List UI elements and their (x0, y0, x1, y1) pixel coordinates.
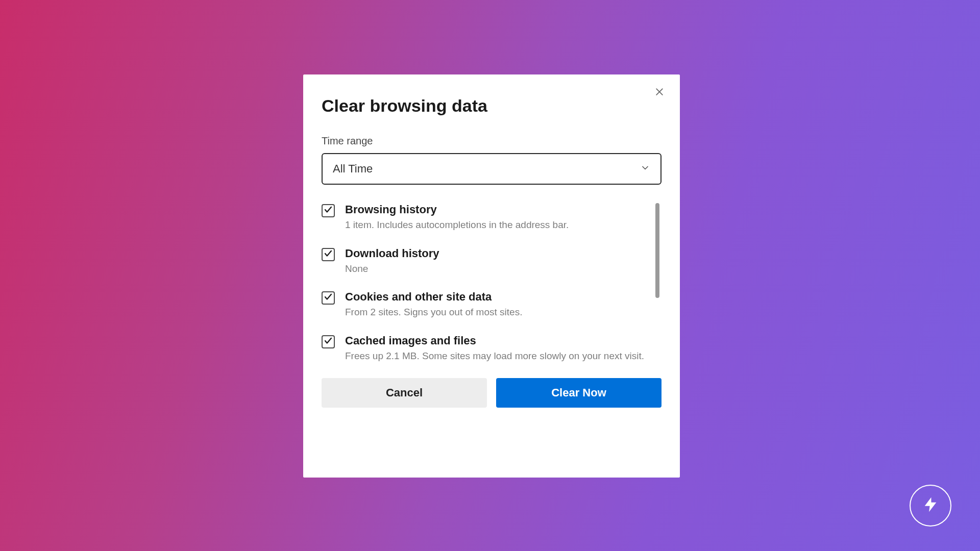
clear-browsing-data-dialog: Clear browsing data Time range All Time … (303, 74, 680, 478)
checkbox-cache[interactable] (322, 335, 335, 348)
bolt-icon (922, 496, 939, 515)
check-icon (324, 292, 333, 304)
option-download-history: Download history None (322, 247, 650, 276)
option-desc: Frees up 2.1 MB. Some sites may load mor… (345, 349, 650, 363)
checkbox-download-history[interactable] (322, 248, 335, 261)
option-cookies: Cookies and other site data From 2 sites… (322, 290, 650, 319)
dialog-buttons: Cancel Clear Now (322, 378, 662, 408)
close-icon (654, 87, 665, 99)
options-list: Browsing history 1 item. Includes autoco… (322, 203, 662, 363)
option-title: Download history (345, 247, 650, 260)
option-title: Cookies and other site data (345, 290, 650, 304)
cancel-button[interactable]: Cancel (322, 378, 487, 408)
option-desc: From 2 sites. Signs you out of most site… (345, 306, 650, 319)
checkbox-browsing-history[interactable] (322, 204, 335, 217)
chevron-down-icon (640, 163, 650, 175)
time-range-label: Time range (322, 135, 662, 147)
check-icon (324, 336, 333, 347)
check-icon (324, 205, 333, 216)
option-desc: 1 item. Includes autocompletions in the … (345, 218, 650, 232)
option-title: Cached images and files (345, 334, 650, 347)
dialog-title: Clear browsing data (322, 96, 662, 116)
option-desc: None (345, 262, 650, 276)
clear-now-button[interactable]: Clear Now (496, 378, 662, 408)
option-title: Browsing history (345, 203, 650, 216)
checkbox-cookies[interactable] (322, 291, 335, 305)
close-button[interactable] (651, 85, 668, 101)
option-browsing-history: Browsing history 1 item. Includes autoco… (322, 203, 650, 232)
check-icon (324, 249, 333, 260)
watermark-badge (910, 485, 951, 527)
scrollbar-thumb[interactable] (655, 203, 659, 298)
option-cache: Cached images and files Frees up 2.1 MB.… (322, 334, 650, 363)
time-range-select[interactable]: All Time (322, 153, 662, 185)
time-range-value: All Time (333, 162, 373, 176)
